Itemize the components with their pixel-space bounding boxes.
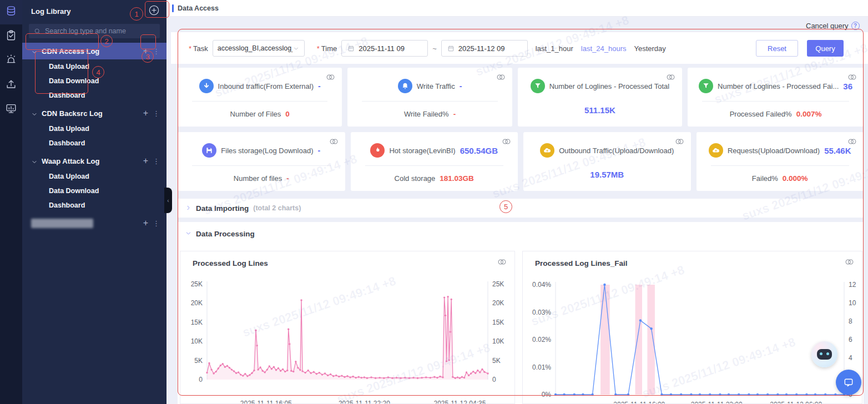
- svg-text:5K: 5K: [194, 357, 203, 365]
- linked-circles-icon[interactable]: [845, 258, 854, 268]
- tree-item-data-download[interactable]: Data Download: [22, 74, 166, 88]
- quick-range-yesterday[interactable]: Yesterday: [634, 44, 665, 53]
- card-main-value: 511.15K: [518, 101, 682, 127]
- chevron-down-icon[interactable]: [31, 158, 38, 164]
- chevron-down-icon[interactable]: [31, 110, 38, 117]
- ai-assistant-avatar[interactable]: [811, 341, 837, 367]
- svg-text:8: 8: [849, 317, 852, 325]
- redacted-label: [31, 219, 93, 228]
- svg-text:25K: 25K: [191, 280, 203, 288]
- tree-group-waap-attack-log[interactable]: Waap Attack Log + ⋮: [22, 153, 166, 169]
- chart-processed-log-lines-fail: Processed Log Lines_Fail 0%0.01%0.02%0.0…: [522, 251, 862, 404]
- stat-cards-row-2: Files storage(Log Download) - Number of …: [178, 132, 864, 191]
- svg-text:0.03%: 0.03%: [532, 309, 551, 316]
- linked-circles-icon[interactable]: [847, 73, 857, 83]
- more-menu-icon[interactable]: ⋮: [152, 110, 160, 117]
- add-icon[interactable]: +: [140, 156, 152, 165]
- linked-circles-icon[interactable]: [675, 138, 684, 148]
- svg-text:0: 0: [492, 376, 496, 383]
- chevron-right-icon[interactable]: [185, 203, 191, 213]
- line-chart-plot[interactable]: 05K10K15K20K25K05K10K15K20K25K2025-11-11…: [180, 251, 515, 404]
- chevron-down-icon[interactable]: [185, 229, 191, 239]
- search-input[interactable]: Search log type and name: [29, 24, 160, 38]
- chevron-down-icon: [292, 45, 300, 52]
- linked-circles-icon[interactable]: [502, 138, 511, 148]
- tree-item-data-download[interactable]: Data Download: [22, 184, 166, 198]
- add-icon[interactable]: +: [140, 219, 152, 228]
- card-write-traffic: Write Traffic - Write Failed% -: [347, 68, 512, 127]
- add-log-type-button[interactable]: [148, 4, 160, 18]
- tree-item-dashboard[interactable]: Dashboard: [22, 198, 166, 213]
- bell-circle-icon: [398, 79, 412, 93]
- sidebar-collapse-handle[interactable]: ‹: [164, 188, 172, 213]
- more-menu-icon[interactable]: ⋮: [152, 220, 160, 227]
- time-from-input[interactable]: 2025-11-11 09: [341, 40, 428, 57]
- tree-item-dashboard[interactable]: Dashboard: [22, 136, 166, 150]
- svg-text:5K: 5K: [492, 357, 501, 365]
- tree-group-redacted[interactable]: + ⋮: [22, 215, 166, 231]
- linked-circles-icon[interactable]: [847, 138, 857, 148]
- line-bar-chart-plot[interactable]: 0%0.01%0.02%0.03%0.04%0246810122025-11-1…: [523, 251, 862, 404]
- svg-text:0.01%: 0.01%: [532, 363, 551, 371]
- add-icon[interactable]: +: [140, 109, 152, 118]
- stat-cards-row-1: Inbound traffic(From External) - Number …: [178, 68, 864, 127]
- linked-circles-icon[interactable]: [326, 73, 335, 83]
- tree-item-dashboard[interactable]: Dashboard: [22, 88, 166, 103]
- database-icon: [5, 5, 17, 19]
- cloud-upload-circle-icon: [709, 143, 723, 158]
- svg-text:0.04%: 0.04%: [532, 281, 551, 289]
- linked-circles-icon[interactable]: [496, 73, 506, 83]
- quick-range-last-1-hour[interactable]: last_1_hour: [536, 44, 573, 53]
- required-marker: *: [189, 44, 191, 53]
- reset-button[interactable]: Reset: [756, 40, 798, 57]
- card-loglines-processed-fail: Number of Loglines - Processed Fai... 36…: [688, 68, 864, 127]
- quick-range-last-24-hours[interactable]: last_24_hours: [581, 44, 627, 53]
- app-screen: Log Library Search log type and name CDN…: [0, 0, 868, 404]
- add-icon[interactable]: +: [140, 47, 152, 55]
- chat-button[interactable]: [836, 370, 861, 395]
- linked-circles-icon[interactable]: [497, 258, 507, 268]
- chevron-down-icon[interactable]: [31, 48, 38, 54]
- card-requests: Requests(Upload/Download) 55.46K Failed%…: [697, 132, 864, 191]
- more-menu-icon[interactable]: ⋮: [152, 158, 160, 165]
- funnel-circle-icon: [699, 79, 713, 93]
- calendar-icon: [447, 45, 455, 52]
- rail-item-tasks[interactable]: [0, 24, 22, 49]
- svg-text:0: 0: [199, 376, 203, 383]
- svg-text:25K: 25K: [492, 280, 504, 288]
- funnel-circle-icon: [531, 79, 545, 93]
- rail-item-upload[interactable]: [0, 73, 22, 98]
- query-filter-bar: * Task accesslog_BI,accesslog_log... * T…: [171, 32, 868, 64]
- section-data-importing[interactable]: Data Importing (total 2 charts): [178, 199, 864, 218]
- more-menu-icon[interactable]: ⋮: [152, 48, 160, 55]
- tree-item-data-upload[interactable]: Data Upload: [22, 122, 166, 136]
- log-library-panel: Log Library Search log type and name CDN…: [22, 0, 166, 404]
- page-title: Data Access: [178, 4, 219, 12]
- svg-text:10K: 10K: [492, 337, 504, 345]
- tree-group-cdn-backsrc-log[interactable]: CDN Backsrc Log + ⋮: [22, 105, 166, 122]
- upload-icon: [5, 78, 17, 93]
- tree-item-data-upload[interactable]: Data Upload: [22, 59, 166, 74]
- svg-text:2025-11-11 22:20: 2025-11-11 22:20: [339, 400, 390, 404]
- help-icon[interactable]: ?: [851, 22, 860, 30]
- card-outbound-traffic: Outbound Traffic(Upload/Download) 19.57M…: [523, 132, 691, 191]
- linked-circles-icon[interactable]: [666, 73, 675, 83]
- svg-text:2025-11-11 22:00: 2025-11-11 22:00: [691, 401, 743, 404]
- chart-title: Processed Log Lines_Fail: [535, 259, 628, 267]
- search-placeholder: Search log type and name: [45, 27, 126, 35]
- tree-group-cdn-access-log[interactable]: CDN Access Log + ⋮: [22, 43, 166, 59]
- tree-item-data-upload[interactable]: Data Upload: [22, 169, 166, 184]
- section-header[interactable]: Data Processing: [178, 222, 864, 245]
- flame-circle-icon: [370, 143, 385, 158]
- svg-text:15K: 15K: [191, 319, 203, 326]
- rail-item-monitor[interactable]: [0, 98, 22, 122]
- time-to-input[interactable]: 2025-11-12 09: [441, 40, 528, 57]
- query-button[interactable]: Query: [807, 40, 844, 57]
- task-select[interactable]: accesslog_BI,accesslog_log...: [213, 40, 305, 57]
- rail-item-alerts[interactable]: [0, 49, 22, 73]
- linked-circles-icon[interactable]: [329, 138, 339, 148]
- alarm-siren-icon: [5, 54, 17, 68]
- calendar-icon: [347, 45, 355, 52]
- rail-item-log-library[interactable]: [0, 0, 22, 24]
- cancel-query-link[interactable]: Cancel query: [806, 22, 849, 30]
